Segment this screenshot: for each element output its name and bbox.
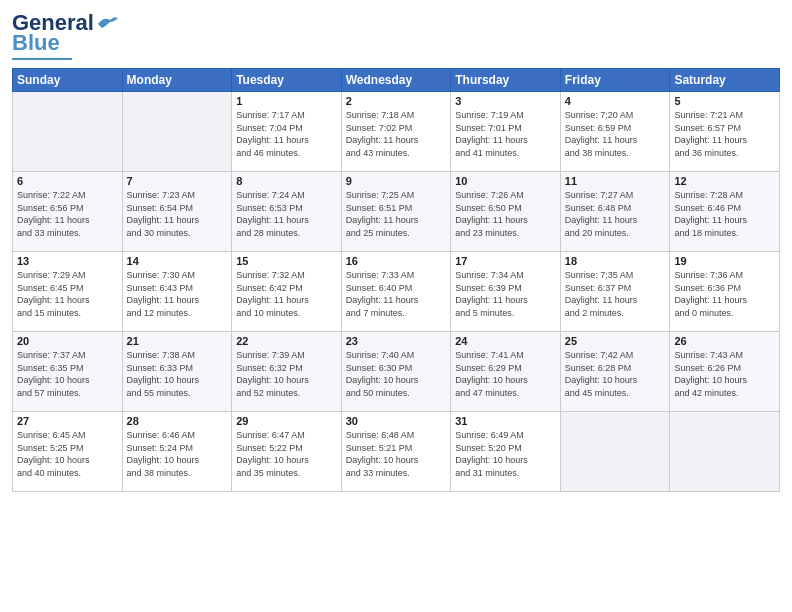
calendar-cell: 19Sunrise: 7:36 AM Sunset: 6:36 PM Dayli…: [670, 252, 780, 332]
calendar-cell: [122, 92, 232, 172]
calendar-cell: [560, 412, 670, 492]
calendar-cell: 12Sunrise: 7:28 AM Sunset: 6:46 PM Dayli…: [670, 172, 780, 252]
day-detail: Sunrise: 7:28 AM Sunset: 6:46 PM Dayligh…: [674, 189, 775, 239]
calendar-cell: 9Sunrise: 7:25 AM Sunset: 6:51 PM Daylig…: [341, 172, 451, 252]
calendar-cell: 31Sunrise: 6:49 AM Sunset: 5:20 PM Dayli…: [451, 412, 561, 492]
day-detail: Sunrise: 7:24 AM Sunset: 6:53 PM Dayligh…: [236, 189, 337, 239]
day-number: 30: [346, 415, 447, 427]
day-detail: Sunrise: 7:43 AM Sunset: 6:26 PM Dayligh…: [674, 349, 775, 399]
calendar-cell: 1Sunrise: 7:17 AM Sunset: 7:04 PM Daylig…: [232, 92, 342, 172]
calendar-week-1: 1Sunrise: 7:17 AM Sunset: 7:04 PM Daylig…: [13, 92, 780, 172]
calendar-cell: 29Sunrise: 6:47 AM Sunset: 5:22 PM Dayli…: [232, 412, 342, 492]
weekday-header-thursday: Thursday: [451, 69, 561, 92]
calendar-cell: 24Sunrise: 7:41 AM Sunset: 6:29 PM Dayli…: [451, 332, 561, 412]
calendar-cell: 18Sunrise: 7:35 AM Sunset: 6:37 PM Dayli…: [560, 252, 670, 332]
day-detail: Sunrise: 7:21 AM Sunset: 6:57 PM Dayligh…: [674, 109, 775, 159]
calendar-cell: 16Sunrise: 7:33 AM Sunset: 6:40 PM Dayli…: [341, 252, 451, 332]
day-detail: Sunrise: 7:20 AM Sunset: 6:59 PM Dayligh…: [565, 109, 666, 159]
day-detail: Sunrise: 7:37 AM Sunset: 6:35 PM Dayligh…: [17, 349, 118, 399]
weekday-header-row: SundayMondayTuesdayWednesdayThursdayFrid…: [13, 69, 780, 92]
day-number: 19: [674, 255, 775, 267]
day-number: 20: [17, 335, 118, 347]
calendar-cell: 20Sunrise: 7:37 AM Sunset: 6:35 PM Dayli…: [13, 332, 123, 412]
day-number: 2: [346, 95, 447, 107]
weekday-header-wednesday: Wednesday: [341, 69, 451, 92]
day-detail: Sunrise: 7:25 AM Sunset: 6:51 PM Dayligh…: [346, 189, 447, 239]
day-number: 6: [17, 175, 118, 187]
day-number: 12: [674, 175, 775, 187]
calendar-cell: 27Sunrise: 6:45 AM Sunset: 5:25 PM Dayli…: [13, 412, 123, 492]
logo: General Blue: [12, 10, 118, 60]
header: General Blue: [12, 10, 780, 60]
calendar-cell: 26Sunrise: 7:43 AM Sunset: 6:26 PM Dayli…: [670, 332, 780, 412]
calendar-cell: 30Sunrise: 6:48 AM Sunset: 5:21 PM Dayli…: [341, 412, 451, 492]
day-detail: Sunrise: 6:45 AM Sunset: 5:25 PM Dayligh…: [17, 429, 118, 479]
logo-underline: [12, 58, 72, 60]
day-number: 29: [236, 415, 337, 427]
day-detail: Sunrise: 7:22 AM Sunset: 6:56 PM Dayligh…: [17, 189, 118, 239]
day-number: 17: [455, 255, 556, 267]
day-detail: Sunrise: 7:23 AM Sunset: 6:54 PM Dayligh…: [127, 189, 228, 239]
calendar-cell: 5Sunrise: 7:21 AM Sunset: 6:57 PM Daylig…: [670, 92, 780, 172]
day-number: 24: [455, 335, 556, 347]
day-number: 5: [674, 95, 775, 107]
calendar-cell: 10Sunrise: 7:26 AM Sunset: 6:50 PM Dayli…: [451, 172, 561, 252]
day-number: 18: [565, 255, 666, 267]
calendar-cell: 7Sunrise: 7:23 AM Sunset: 6:54 PM Daylig…: [122, 172, 232, 252]
day-number: 15: [236, 255, 337, 267]
day-detail: Sunrise: 7:40 AM Sunset: 6:30 PM Dayligh…: [346, 349, 447, 399]
day-number: 7: [127, 175, 228, 187]
logo-bird-icon: [96, 14, 118, 32]
calendar-week-3: 13Sunrise: 7:29 AM Sunset: 6:45 PM Dayli…: [13, 252, 780, 332]
logo-blue: Blue: [12, 30, 60, 56]
day-number: 10: [455, 175, 556, 187]
day-detail: Sunrise: 6:46 AM Sunset: 5:24 PM Dayligh…: [127, 429, 228, 479]
weekday-header-saturday: Saturday: [670, 69, 780, 92]
calendar-week-4: 20Sunrise: 7:37 AM Sunset: 6:35 PM Dayli…: [13, 332, 780, 412]
day-detail: Sunrise: 6:48 AM Sunset: 5:21 PM Dayligh…: [346, 429, 447, 479]
weekday-header-tuesday: Tuesday: [232, 69, 342, 92]
calendar-cell: 22Sunrise: 7:39 AM Sunset: 6:32 PM Dayli…: [232, 332, 342, 412]
day-number: 14: [127, 255, 228, 267]
day-detail: Sunrise: 7:34 AM Sunset: 6:39 PM Dayligh…: [455, 269, 556, 319]
day-detail: Sunrise: 7:41 AM Sunset: 6:29 PM Dayligh…: [455, 349, 556, 399]
day-number: 28: [127, 415, 228, 427]
main-container: General Blue SundayMondayTuesdayWednesda…: [0, 0, 792, 500]
day-number: 26: [674, 335, 775, 347]
day-number: 27: [17, 415, 118, 427]
day-detail: Sunrise: 7:30 AM Sunset: 6:43 PM Dayligh…: [127, 269, 228, 319]
calendar-cell: 21Sunrise: 7:38 AM Sunset: 6:33 PM Dayli…: [122, 332, 232, 412]
calendar-cell: [13, 92, 123, 172]
calendar-cell: 6Sunrise: 7:22 AM Sunset: 6:56 PM Daylig…: [13, 172, 123, 252]
day-detail: Sunrise: 7:33 AM Sunset: 6:40 PM Dayligh…: [346, 269, 447, 319]
day-number: 21: [127, 335, 228, 347]
day-number: 1: [236, 95, 337, 107]
day-number: 23: [346, 335, 447, 347]
day-number: 31: [455, 415, 556, 427]
calendar-week-2: 6Sunrise: 7:22 AM Sunset: 6:56 PM Daylig…: [13, 172, 780, 252]
calendar-cell: 15Sunrise: 7:32 AM Sunset: 6:42 PM Dayli…: [232, 252, 342, 332]
day-number: 16: [346, 255, 447, 267]
calendar-cell: 14Sunrise: 7:30 AM Sunset: 6:43 PM Dayli…: [122, 252, 232, 332]
day-number: 25: [565, 335, 666, 347]
day-number: 8: [236, 175, 337, 187]
day-detail: Sunrise: 6:49 AM Sunset: 5:20 PM Dayligh…: [455, 429, 556, 479]
day-number: 22: [236, 335, 337, 347]
day-number: 3: [455, 95, 556, 107]
day-number: 4: [565, 95, 666, 107]
day-detail: Sunrise: 7:27 AM Sunset: 6:48 PM Dayligh…: [565, 189, 666, 239]
day-detail: Sunrise: 7:17 AM Sunset: 7:04 PM Dayligh…: [236, 109, 337, 159]
calendar-table: SundayMondayTuesdayWednesdayThursdayFrid…: [12, 68, 780, 492]
calendar-cell: 23Sunrise: 7:40 AM Sunset: 6:30 PM Dayli…: [341, 332, 451, 412]
weekday-header-monday: Monday: [122, 69, 232, 92]
day-detail: Sunrise: 7:38 AM Sunset: 6:33 PM Dayligh…: [127, 349, 228, 399]
calendar-cell: 11Sunrise: 7:27 AM Sunset: 6:48 PM Dayli…: [560, 172, 670, 252]
calendar-cell: 28Sunrise: 6:46 AM Sunset: 5:24 PM Dayli…: [122, 412, 232, 492]
calendar-cell: 2Sunrise: 7:18 AM Sunset: 7:02 PM Daylig…: [341, 92, 451, 172]
day-detail: Sunrise: 7:36 AM Sunset: 6:36 PM Dayligh…: [674, 269, 775, 319]
day-detail: Sunrise: 7:39 AM Sunset: 6:32 PM Dayligh…: [236, 349, 337, 399]
day-detail: Sunrise: 6:47 AM Sunset: 5:22 PM Dayligh…: [236, 429, 337, 479]
weekday-header-sunday: Sunday: [13, 69, 123, 92]
day-detail: Sunrise: 7:29 AM Sunset: 6:45 PM Dayligh…: [17, 269, 118, 319]
day-detail: Sunrise: 7:19 AM Sunset: 7:01 PM Dayligh…: [455, 109, 556, 159]
